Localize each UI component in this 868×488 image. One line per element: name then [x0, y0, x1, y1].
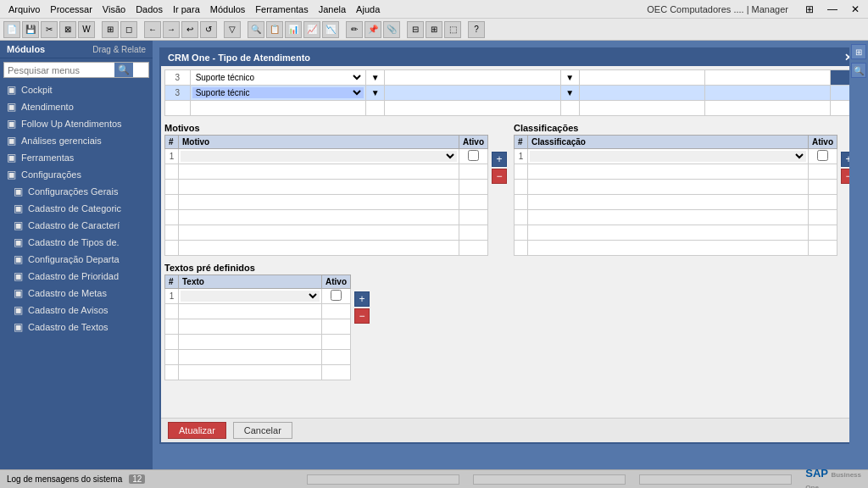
classif-header-row: # Classificação Ativo — [515, 136, 837, 149]
textos-val-1[interactable] — [179, 289, 322, 304]
toolbar-btn-14[interactable]: 📌 — [364, 21, 381, 38]
toolbar-btn-7[interactable]: ◻ — [120, 21, 137, 38]
empty-col4 — [705, 101, 831, 116]
row-col2-2 — [385, 86, 561, 101]
sidebar-item-label-cad-caracter: Cadastro de Caracterí — [28, 220, 120, 230]
sidebar-item-cad-categoria[interactable]: ▣ Cadastro de Categoric — [0, 200, 153, 217]
sidebar-item-ferramentas[interactable]: ▣ Ferramentas — [0, 149, 153, 166]
toolbar-btn-9[interactable]: 📋 — [266, 21, 283, 38]
cancelar-button[interactable]: Cancelar — [233, 422, 292, 439]
motivos-val-1[interactable] — [179, 149, 459, 164]
textos-add-button[interactable]: + — [354, 291, 370, 307]
m-empty-5 — [179, 180, 459, 195]
main-layout: Módulos Drag & Relate 🔍 ▣ Cockpit ▣ Aten… — [0, 41, 868, 469]
search-input[interactable] — [4, 64, 114, 77]
two-col-section: Motivos # Motivo Ativo — [164, 123, 856, 256]
row-col1-2[interactable]: Suporte técnic — [190, 86, 366, 101]
sidebar-item-cad-textos[interactable]: ▣ Cadastro de Textos — [0, 319, 153, 336]
row-dropdown-4[interactable]: ▼ — [560, 86, 579, 101]
menu-dados[interactable]: Dados — [131, 4, 168, 14]
sidebar-item-analises[interactable]: ▣ Análises gerenciais — [0, 132, 153, 149]
sidebar-item-cad-avisos[interactable]: ▣ Cadastro de Avisos — [0, 302, 153, 319]
conf-depart-icon: ▣ — [14, 253, 23, 265]
dialog-body: 3 Suporte técnico ▼ ▼ — [161, 66, 860, 418]
sidebar-item-conf-depart[interactable]: ▣ Configuração Departa — [0, 251, 153, 268]
window-min-icon[interactable]: — — [822, 3, 843, 15]
top-table: 3 Suporte técnico ▼ ▼ — [164, 69, 856, 116]
sidebar-item-atendimento[interactable]: ▣ Atendimento — [0, 98, 153, 115]
menu-janela[interactable]: Janela — [314, 4, 351, 14]
toolbar-btn-19[interactable]: ? — [468, 21, 485, 38]
toolbar-btn-15[interactable]: 📎 — [383, 21, 400, 38]
toolbar-btn-10[interactable]: 📊 — [285, 21, 302, 38]
row-col1[interactable]: Suporte técnico — [190, 70, 366, 86]
menu-ir-para[interactable]: Ir para — [168, 4, 205, 14]
toolbar-filter[interactable]: ▽ — [224, 21, 241, 38]
c-empty-11 — [528, 210, 809, 225]
sidebar-item-cad-caracter[interactable]: ▣ Cadastro de Caracterí — [0, 217, 153, 234]
table-row-empty-1 — [165, 101, 856, 116]
classif-ativo-1[interactable] — [809, 149, 837, 164]
toolbar-btn-18[interactable]: ⬚ — [444, 21, 461, 38]
motivos-row-4 — [165, 195, 488, 210]
toolbar-btn-13[interactable]: ✏ — [346, 21, 363, 38]
menu-arquivo[interactable]: Arquivo — [3, 4, 45, 14]
row-dropdown-2[interactable]: ▼ — [560, 70, 579, 86]
classif-checkbox-1[interactable] — [817, 150, 828, 161]
textos-select-1[interactable] — [181, 291, 320, 302]
toolbar-nav-first[interactable]: ↩ — [181, 21, 198, 38]
sidebar-item-cad-metas[interactable]: ▣ Cadastro de Metas — [0, 285, 153, 302]
textos-remove-button[interactable]: − — [354, 308, 370, 324]
t-empty-6 — [322, 319, 351, 335]
toolbar-btn-12[interactable]: 📉 — [322, 21, 339, 38]
menu-processar[interactable]: Processar — [45, 4, 97, 14]
toolbar-btn-17[interactable]: ⊞ — [426, 21, 442, 38]
right-icon-1[interactable]: ⊞ — [851, 44, 866, 59]
sidebar-item-cad-prioridad[interactable]: ▣ Cadastro de Prioridad — [0, 268, 153, 285]
cad-categoria-icon: ▣ — [14, 202, 23, 214]
row-dropdown-3[interactable]: ▼ — [366, 86, 385, 101]
search-button[interactable]: 🔍 — [114, 63, 133, 77]
window-grid-icon[interactable]: ⊞ — [800, 3, 819, 15]
sidebar-item-cad-tipos[interactable]: ▣ Cadastro de Tipos de. — [0, 234, 153, 251]
toolbar-btn-3[interactable]: ✂ — [41, 21, 58, 38]
motivos-select-1[interactable] — [181, 151, 457, 162]
motivos-remove-button[interactable]: − — [492, 169, 507, 184]
sidebar-item-conf-gerais[interactable]: ▣ Configurações Gerais — [0, 183, 153, 200]
menu-ferramentas[interactable]: Ferramentas — [250, 4, 313, 14]
classif-select-1[interactable] — [530, 151, 806, 162]
menu-modulos[interactable]: Módulos — [205, 4, 251, 14]
motivos-checkbox-1[interactable] — [468, 150, 479, 161]
textos-header-row: # Texto Ativo — [165, 275, 351, 289]
row-select-1[interactable]: Suporte técnico — [192, 72, 364, 83]
classif-row-6 — [515, 225, 837, 241]
sidebar-item-configuracoes[interactable]: ▣ Configurações — [0, 166, 153, 183]
toolbar-btn-2[interactable]: 💾 — [22, 21, 39, 38]
motivos-ativo-1[interactable] — [459, 149, 488, 164]
textos-ativo-1[interactable] — [322, 289, 351, 304]
motivos-add-button[interactable]: + — [492, 152, 507, 167]
classif-val-1[interactable] — [528, 149, 809, 164]
atualizar-button[interactable]: Atualizar — [168, 422, 226, 439]
toolbar-btn-5[interactable]: W — [78, 21, 95, 38]
toolbar-nav-back[interactable]: ← — [144, 21, 161, 38]
toolbar-btn-4[interactable]: ⊠ — [59, 21, 76, 38]
sidebar-item-followup[interactable]: ▣ Follow Up Atendimentos — [0, 115, 153, 132]
toolbar-btn-16[interactable]: ⊟ — [407, 21, 424, 38]
toolbar-refresh[interactable]: ↺ — [200, 21, 217, 38]
right-icon-2[interactable]: 🔍 — [851, 63, 866, 78]
toolbar-btn-6[interactable]: ⊞ — [102, 21, 119, 38]
toolbar-btn-1[interactable]: 📄 — [3, 21, 20, 38]
menu-ajuda[interactable]: Ajuda — [351, 4, 385, 14]
dialog-footer: Atualizar Cancelar — [161, 418, 860, 442]
toolbar-btn-11[interactable]: 📈 — [303, 21, 320, 38]
window-close-icon[interactable]: ✕ — [846, 3, 865, 15]
toolbar-btn-8[interactable]: 🔍 — [248, 21, 264, 38]
textos-checkbox-1[interactable] — [331, 290, 342, 301]
menu-visao[interactable]: Visão — [97, 4, 131, 14]
sidebar-item-cockpit[interactable]: ▣ Cockpit — [0, 81, 153, 98]
row-select-2[interactable]: Suporte técnic — [192, 87, 364, 98]
row-dropdown-1[interactable]: ▼ — [366, 70, 385, 86]
toolbar-nav-fwd[interactable]: → — [163, 21, 180, 38]
sidebar-header: Módulos Drag & Relate — [0, 41, 153, 58]
